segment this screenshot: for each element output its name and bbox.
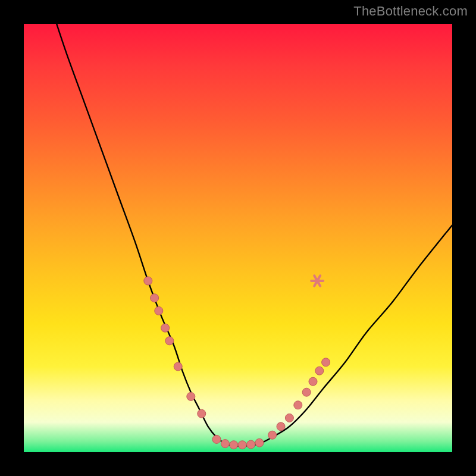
data-marker — [155, 306, 163, 315]
data-marker — [294, 401, 302, 409]
data-marker — [198, 409, 206, 418]
data-marker — [212, 435, 221, 443]
bottleneck-curve — [54, 15, 452, 446]
plot-area — [24, 24, 452, 452]
data-marker — [247, 440, 255, 449]
data-marker — [285, 414, 293, 422]
data-marker — [144, 277, 152, 285]
data-marker — [161, 324, 170, 332]
data-marker — [165, 337, 174, 345]
marker-layer — [144, 275, 330, 449]
star-marker — [311, 275, 323, 286]
data-marker — [268, 431, 277, 439]
data-marker — [187, 392, 195, 400]
data-marker — [302, 388, 311, 396]
bottleneck-curve-path — [54, 15, 452, 446]
data-marker — [255, 439, 264, 447]
data-marker — [174, 362, 182, 371]
data-marker — [238, 441, 246, 449]
chart-stage: TheBottleneck.com — [0, 0, 476, 476]
data-marker — [230, 441, 238, 449]
data-marker — [315, 367, 324, 375]
svg-point-6 — [315, 278, 320, 284]
data-marker — [221, 440, 229, 448]
data-marker — [151, 294, 159, 302]
data-marker — [309, 377, 317, 386]
curve-layer — [24, 24, 452, 452]
data-marker — [277, 422, 285, 431]
data-marker — [322, 358, 330, 367]
watermark-text: TheBottleneck.com — [353, 4, 468, 19]
